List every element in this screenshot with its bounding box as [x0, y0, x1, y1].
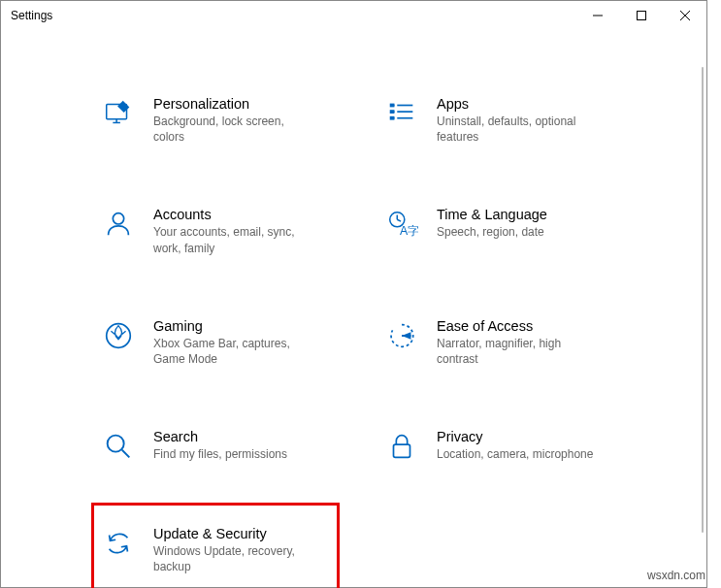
category-title: Time & Language — [437, 207, 547, 222]
svg-text:A字: A字 — [400, 225, 418, 239]
category-desc: Narrator, magnifier, high contrast — [437, 336, 602, 367]
svg-rect-13 — [390, 104, 395, 108]
category-title: Accounts — [153, 207, 318, 222]
minimize-button[interactable] — [575, 1, 619, 30]
gaming-icon — [101, 318, 136, 353]
category-desc: Speech, region, date — [437, 224, 547, 240]
svg-point-24 — [108, 436, 124, 452]
category-search[interactable]: Search Find my files, permissions — [93, 421, 338, 472]
svg-rect-14 — [390, 110, 395, 114]
category-privacy[interactable]: Privacy Location, camera, microphone — [377, 421, 614, 472]
watermark-text: wsxdn.com — [647, 569, 705, 582]
search-icon — [101, 429, 136, 464]
category-desc: Xbox Game Bar, captures, Game Mode — [153, 336, 318, 367]
apps-icon — [384, 96, 419, 131]
category-title: Search — [153, 429, 287, 444]
settings-window: Settings Personal — [0, 0, 707, 588]
scrollbar-thumb[interactable] — [702, 67, 704, 533]
category-apps[interactable]: Apps Uninstall, defaults, optional featu… — [377, 88, 614, 152]
category-desc: Windows Update, recovery, backup — [153, 543, 318, 574]
category-text: Gaming Xbox Game Bar, captures, Game Mod… — [153, 318, 318, 367]
category-text: Time & Language Speech, region, date — [437, 207, 547, 240]
category-desc: Your accounts, email, sync, work, family — [153, 224, 318, 255]
category-title: Ease of Access — [437, 318, 602, 334]
category-text: Personalization Background, lock screen,… — [153, 96, 318, 145]
svg-line-25 — [122, 450, 130, 458]
category-desc: Uninstall, defaults, optional features — [437, 114, 602, 145]
window-controls — [575, 1, 706, 30]
update-security-icon — [101, 526, 136, 561]
category-title: Gaming — [153, 318, 318, 334]
category-update-security[interactable]: Update & Security Windows Update, recove… — [93, 505, 338, 588]
category-accounts[interactable]: Accounts Your accounts, email, sync, wor… — [93, 199, 338, 263]
svg-rect-1 — [637, 12, 645, 20]
category-text: Update & Security Windows Update, recove… — [153, 526, 318, 574]
accounts-icon — [101, 207, 136, 242]
category-desc: Background, lock screen, colors — [153, 114, 318, 145]
titlebar: Settings — [1, 1, 706, 30]
scrollbar[interactable] — [700, 38, 705, 581]
category-text: Search Find my files, permissions — [153, 429, 287, 462]
category-title: Privacy — [437, 429, 593, 444]
close-button[interactable] — [663, 1, 706, 30]
time-language-icon: A字 — [384, 207, 419, 242]
ease-of-access-icon — [384, 318, 419, 353]
svg-rect-15 — [390, 116, 395, 120]
category-title: Update & Security — [153, 526, 318, 541]
window-title: Settings — [11, 9, 52, 22]
personalization-icon — [101, 96, 136, 131]
category-title: Apps — [437, 96, 602, 112]
category-text: Ease of Access Narrator, magnifier, high… — [437, 318, 602, 367]
category-ease-of-access[interactable]: Ease of Access Narrator, magnifier, high… — [377, 310, 614, 375]
category-text: Apps Uninstall, defaults, optional featu… — [437, 96, 602, 145]
categories-grid: Personalization Background, lock screen,… — [1, 30, 706, 588]
svg-rect-26 — [394, 444, 410, 457]
svg-line-19 — [397, 220, 401, 222]
category-desc: Find my files, permissions — [153, 446, 287, 462]
category-text: Privacy Location, camera, microphone — [437, 429, 593, 462]
category-desc: Location, camera, microphone — [437, 446, 593, 462]
category-text: Accounts Your accounts, email, sync, wor… — [153, 207, 318, 255]
svg-point-16 — [113, 213, 123, 224]
category-title: Personalization — [153, 96, 318, 112]
category-gaming[interactable]: Gaming Xbox Game Bar, captures, Game Mod… — [93, 310, 338, 375]
privacy-icon — [384, 429, 419, 464]
maximize-button[interactable] — [619, 1, 663, 30]
category-time-language[interactable]: A字 Time & Language Speech, region, date — [377, 199, 614, 263]
svg-point-21 — [107, 323, 131, 347]
category-personalization[interactable]: Personalization Background, lock screen,… — [93, 88, 338, 152]
